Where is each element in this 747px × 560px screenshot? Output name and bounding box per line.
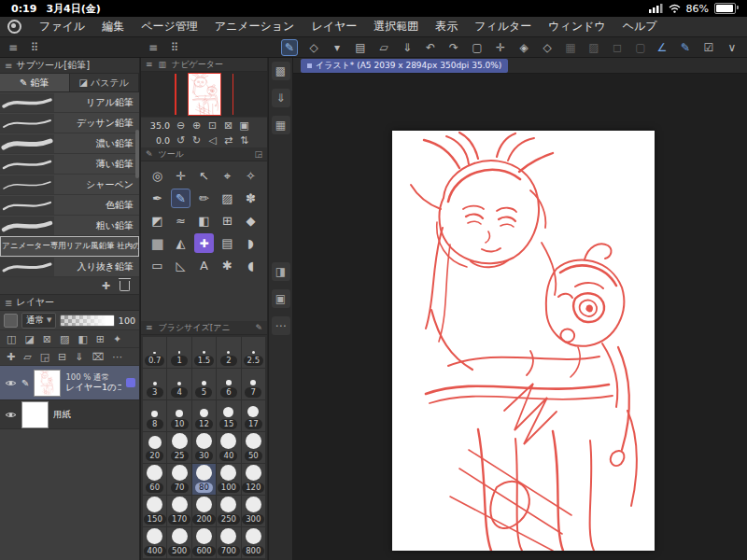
subtool-tab-active[interactable]: ✎鉛筆 [0, 74, 70, 91]
fill-tool[interactable]: ◧ [194, 211, 214, 231]
hand-tool[interactable]: ✱ [218, 256, 237, 275]
navigator-canvas-thumbnail[interactable] [189, 74, 220, 115]
menu-item[interactable]: 選択範囲 [365, 19, 427, 35]
brush-size-option[interactable]: 80 [192, 464, 216, 495]
eraser-tool[interactable]: ◩ [148, 211, 167, 231]
menu-item[interactable]: フィルター [466, 19, 540, 35]
custom-add-tool[interactable]: ✚ [194, 233, 214, 253]
fit-to-screen-icon[interactable]: ⊡ [206, 119, 218, 132]
sub-tool-switch-icon[interactable]: ◇ [306, 40, 321, 55]
add-subtool-icon[interactable]: ✚ [102, 280, 110, 292]
blend-tool[interactable]: ≈ [171, 211, 190, 231]
brush-item[interactable]: 入り抜き鉛筆 [0, 257, 139, 277]
brush-size-option[interactable]: 12 [192, 400, 216, 431]
brush-size-option[interactable]: 0.7 [143, 337, 166, 368]
snap-ruler-icon[interactable]: ◈ [516, 40, 531, 55]
brush-item[interactable]: リアル鉛筆 [0, 92, 139, 113]
timeline-panel-icon[interactable]: ▦ [272, 116, 290, 134]
brush-size-option[interactable]: 100 [217, 464, 240, 495]
brush-size-option[interactable]: 170 [167, 496, 190, 526]
new-folder-icon[interactable]: ▱ [23, 351, 31, 363]
menu-item[interactable]: 表示 [427, 19, 466, 35]
deselect-icon[interactable]: ✛ [493, 40, 508, 55]
blend-preview-icon[interactable] [4, 314, 18, 328]
brush-size-option[interactable]: 17 [242, 400, 265, 431]
information-panel-icon[interactable]: ▣ [272, 289, 290, 308]
panel-menu-icon[interactable]: ≡ [6, 40, 21, 55]
navigator-preview[interactable] [141, 72, 267, 118]
brush-item[interactable]: デッサン鉛筆 [0, 113, 139, 133]
figure-tool[interactable]: ◭ [171, 233, 190, 253]
actual-size-icon[interactable]: ⊠ [222, 119, 234, 132]
brush-list-scrollbar[interactable] [135, 130, 139, 178]
brush-size-option[interactable]: 250 [217, 496, 240, 526]
canvas-document[interactable] [392, 131, 655, 551]
brush-size-option[interactable]: 20 [143, 432, 166, 463]
panel-drag-handle-icon[interactable]: ⠿ [27, 40, 42, 55]
layer-effect-icon[interactable]: ✦ [113, 333, 121, 345]
window-double-icon[interactable]: ▢ [633, 40, 648, 55]
brush-size-option[interactable]: 600 [192, 527, 216, 558]
brush-item[interactable]: 薄い鉛筆 [0, 154, 139, 175]
flip-horizontal-icon[interactable]: ⇄ [222, 134, 234, 147]
layer-mask-icon[interactable]: ◧ [78, 333, 87, 345]
operate-tool[interactable]: ↖ [194, 166, 214, 186]
move-tool[interactable]: ✛ [171, 166, 190, 186]
pen-tool[interactable]: ✒ [148, 189, 167, 208]
brush-size-option[interactable]: 300 [242, 496, 265, 526]
speech-tool[interactable]: ◖ [241, 256, 261, 275]
layer-color-icon[interactable] [126, 378, 135, 387]
brush-size-option[interactable]: 150 [143, 496, 166, 526]
brush-tool[interactable]: ✏ [194, 189, 214, 208]
transfer-icon[interactable]: ⇓ [75, 351, 83, 363]
gradient-tool[interactable]: ■ [148, 233, 167, 253]
quick-export-panel-icon[interactable]: ⇓ [272, 89, 290, 107]
layer-row[interactable]: ✎100 % 通常レイヤー1のコピー [0, 366, 139, 400]
brush-size-option[interactable]: 5 [192, 369, 216, 399]
document-tab[interactable]: イラスト* (A5 2039 x 2894px 350dpi 35.0%) [301, 59, 508, 73]
menu-item[interactable]: ファイル [31, 19, 93, 35]
clipboard-icon[interactable]: ▤ [353, 40, 368, 55]
brush-size-option[interactable]: 700 [217, 527, 240, 558]
redo-icon[interactable]: ↷ [446, 40, 461, 55]
menu-item[interactable]: ウィンドウ [540, 19, 613, 35]
menu-item[interactable]: アニメーション [206, 19, 303, 35]
text-tool[interactable]: A [194, 256, 214, 275]
confirm-check-icon[interactable]: ☑ [701, 40, 716, 55]
layer-combine-icon[interactable]: ◫ [7, 333, 16, 345]
angle-snap-icon[interactable]: ∠ [655, 40, 669, 55]
layer-opacity-slider[interactable] [60, 315, 114, 327]
visibility-eye-icon[interactable] [4, 379, 17, 387]
snap-special-ruler-icon[interactable]: ◇ [540, 40, 555, 55]
airbrush-tool[interactable]: ▨ [218, 189, 237, 208]
panel-menu-icon[interactable]: ≡ [146, 323, 153, 332]
brush-size-option[interactable]: 120 [242, 464, 265, 495]
pencil-tool[interactable]: ✎ [171, 189, 190, 208]
brush-item[interactable]: アニメーター専用リアル風鉛筆 社内の [0, 236, 139, 257]
brush-size-option[interactable]: 70 [167, 464, 190, 495]
panel-drag-handle-icon[interactable]: ⠿ [167, 40, 182, 55]
layer-camera-icon[interactable]: ◲ [40, 351, 49, 363]
brush-size-option[interactable]: 10 [167, 400, 190, 431]
menu-item[interactable]: 編集 [93, 19, 133, 35]
layer-lock-alpha-icon[interactable]: ▨ [60, 333, 69, 345]
brush-size-option[interactable]: 30 [192, 432, 216, 463]
brush-item[interactable]: 粗い鉛筆 [0, 216, 139, 236]
active-brush-icon[interactable]: ✎ [281, 39, 298, 56]
clip-studio-logo-icon[interactable] [7, 20, 21, 34]
panel-menu-icon[interactable]: ≡ [146, 60, 153, 69]
menu-item[interactable]: ページ管理 [133, 19, 206, 35]
material-view-icon[interactable]: ▨ [586, 40, 601, 55]
brush-item[interactable]: シャーペン [0, 175, 139, 195]
brush-size-option[interactable]: 2.5 [242, 337, 265, 368]
flip-vertical-icon[interactable]: ⇅ [238, 134, 250, 147]
material-panel-icon[interactable]: ▩ [272, 62, 290, 80]
layer-lock-icon[interactable]: ⊠ [43, 333, 51, 345]
brush-item[interactable]: 色鉛筆 [0, 195, 139, 216]
brush-size-option[interactable]: 40 [217, 432, 240, 463]
frame-tool[interactable]: ▤ [218, 233, 237, 253]
zoom-in-icon[interactable]: ⊕ [190, 119, 203, 132]
reset-rotation-icon[interactable]: ◁ [206, 134, 218, 147]
balloon-tool[interactable]: ◗ [241, 233, 261, 253]
pen-settings-icon[interactable]: ✎ [678, 40, 693, 55]
